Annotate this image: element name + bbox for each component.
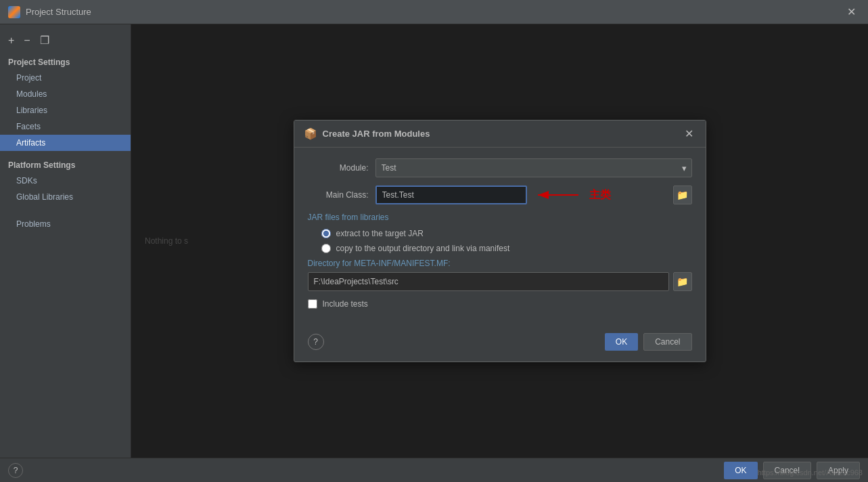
app-icon (8, 6, 20, 18)
sidebar-item-facets[interactable]: Facets (0, 118, 131, 135)
main-layout: + − ❐ Project Settings Project Modules L… (0, 24, 868, 458)
directory-input[interactable] (308, 272, 669, 291)
annotation-text: 主类 (589, 188, 611, 202)
title-bar-close-button[interactable]: ✕ (843, 4, 860, 20)
sidebar-item-problems[interactable]: Problems (0, 216, 131, 232)
main-class-label: Main Class: (308, 190, 375, 200)
add-button[interactable]: + (5, 33, 17, 48)
include-tests-label[interactable]: Include tests (323, 299, 368, 309)
bottom-help-button[interactable]: ? (8, 463, 23, 478)
main-class-input[interactable] (375, 185, 527, 204)
directory-browse-button[interactable]: 📁 (673, 272, 692, 291)
module-row: Module: Test (308, 158, 692, 177)
radio-extract-label[interactable]: extract to the target JAR (336, 229, 424, 238)
main-class-control: 主类 📁 (375, 185, 692, 204)
dialog-title-text: Create JAR from Modules (323, 129, 682, 139)
content-area: Nothing to s 📦 Create JAR from Modules ✕… (131, 24, 868, 458)
remove-button[interactable]: − (21, 33, 32, 48)
radio-extract[interactable] (321, 229, 331, 238)
watermark: https://blog.csdn.net/Asdzxc968 (758, 468, 863, 477)
bottom-bar: ? OK Cancel Apply (0, 458, 868, 482)
sidebar-item-project[interactable]: Project (0, 70, 131, 86)
sidebar: + − ❐ Project Settings Project Modules L… (0, 24, 131, 458)
dialog-buttons: ? OK Cancel (294, 333, 706, 362)
create-jar-dialog: 📦 Create JAR from Modules ✕ Module: Test (294, 120, 706, 362)
sidebar-item-modules[interactable]: Modules (0, 86, 131, 102)
sidebar-item-libraries[interactable]: Libraries (0, 102, 131, 118)
arrow-annotation-svg (531, 185, 585, 204)
module-control: Test (375, 158, 692, 177)
sidebar-item-artifacts[interactable]: Artifacts (0, 135, 131, 151)
directory-section: Directory for META-INF/MANIFEST.MF: 📁 (308, 259, 692, 291)
module-select-wrap: Test (375, 158, 692, 177)
sidebar-item-global-libraries[interactable]: Global Libraries (0, 189, 131, 205)
radio-copy[interactable] (321, 244, 331, 253)
include-tests-row: Include tests (308, 299, 692, 309)
module-label: Module: (308, 163, 375, 173)
dialog-close-button[interactable]: ✕ (682, 127, 696, 140)
dialog-btn-right: OK Cancel (605, 333, 692, 351)
radio-copy-label[interactable]: copy to the output directory and link vi… (336, 244, 510, 253)
sidebar-toolbar: + − ❐ (0, 30, 131, 53)
main-class-row: Main Class: (308, 185, 692, 204)
main-class-browse-button[interactable]: 📁 (673, 185, 692, 204)
dialog-title-icon: 📦 (304, 127, 317, 140)
dialog-cancel-button[interactable]: Cancel (643, 333, 691, 351)
directory-input-row: 📁 (308, 272, 692, 291)
directory-label: Directory for META-INF/MANIFEST.MF: (308, 259, 692, 268)
project-settings-label: Project Settings (0, 53, 131, 70)
modal-backdrop: 📦 Create JAR from Modules ✕ Module: Test (131, 24, 868, 458)
bottom-ok-button[interactable]: OK (724, 462, 757, 479)
dialog-ok-button[interactable]: OK (605, 333, 638, 351)
dialog-help-button[interactable]: ? (308, 334, 324, 350)
include-tests-checkbox[interactable] (308, 299, 317, 309)
dialog-title-bar: 📦 Create JAR from Modules ✕ (294, 121, 706, 148)
title-bar-text: Project Structure (26, 7, 843, 17)
radio-row-copy: copy to the output directory and link vi… (321, 244, 692, 253)
module-select[interactable]: Test (375, 158, 692, 177)
radio-group: extract to the target JAR copy to the ou… (308, 229, 692, 253)
dialog-body: Module: Test Main Class: (294, 148, 706, 333)
title-bar: Project Structure ✕ (0, 0, 868, 24)
jar-files-label: JAR files from libraries (308, 213, 692, 222)
radio-row-extract: extract to the target JAR (321, 229, 692, 238)
sidebar-item-sdks[interactable]: SDKs (0, 173, 131, 189)
copy-button[interactable]: ❐ (37, 32, 52, 48)
platform-settings-label: Platform Settings (0, 156, 131, 173)
